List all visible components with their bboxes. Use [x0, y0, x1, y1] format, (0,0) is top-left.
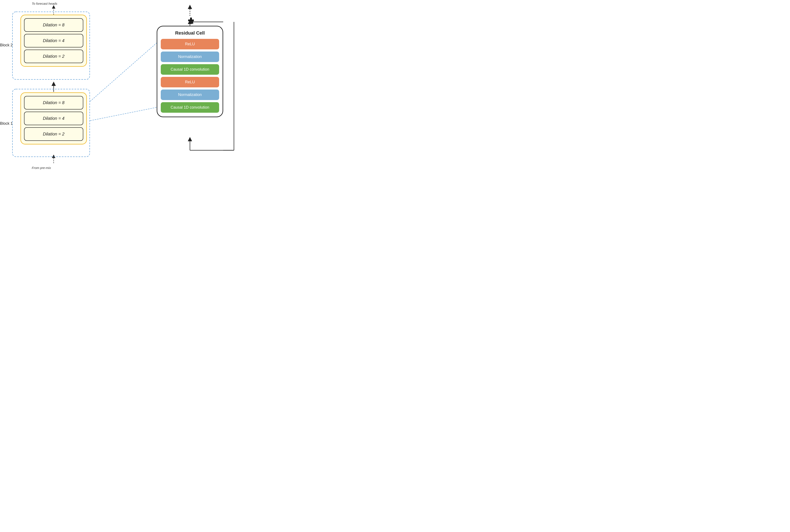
block1-label: Block 1 [0, 121, 13, 126]
block1-dilation2: Dilation = 2 [24, 127, 83, 141]
block1-outer: Dilation = 8 Dilation = 4 Dilation = 2 [20, 92, 87, 145]
rc-conv1: Causal 1D convolution [161, 64, 219, 75]
svg-line-5 [90, 43, 157, 101]
label-bottom: From pre-mix [32, 166, 51, 170]
plus-icon: ✚ [188, 16, 194, 25]
block2-dilation8: Dilation = 8 [24, 18, 83, 32]
residual-cell: Residual Cell ReLU Normalization Causal … [157, 26, 223, 117]
rc-norm2: Normalization [161, 90, 219, 100]
block2-label: Block 2 [0, 43, 13, 48]
rc-norm1: Normalization [161, 52, 219, 62]
block1-dilation4: Dilation = 4 [24, 112, 83, 125]
svg-line-6 [90, 107, 157, 121]
rc-relu2: ReLU [161, 77, 219, 88]
block2-outer: Dilation = 8 Dilation = 4 Dilation = 2 [20, 15, 87, 67]
block2-dilation4: Dilation = 4 [24, 34, 83, 48]
label-top: To forecast heads [32, 2, 57, 5]
block1-dilation8: Dilation = 8 [24, 96, 83, 110]
rc-relu1: ReLU [161, 39, 219, 50]
rc-conv2: Causal 1D convolution [161, 102, 219, 113]
diagram-container: To forecast heads From pre-mix Dilation … [0, 0, 263, 177]
block2-dilation2: Dilation = 2 [24, 50, 83, 63]
residual-cell-title: Residual Cell [161, 30, 219, 36]
